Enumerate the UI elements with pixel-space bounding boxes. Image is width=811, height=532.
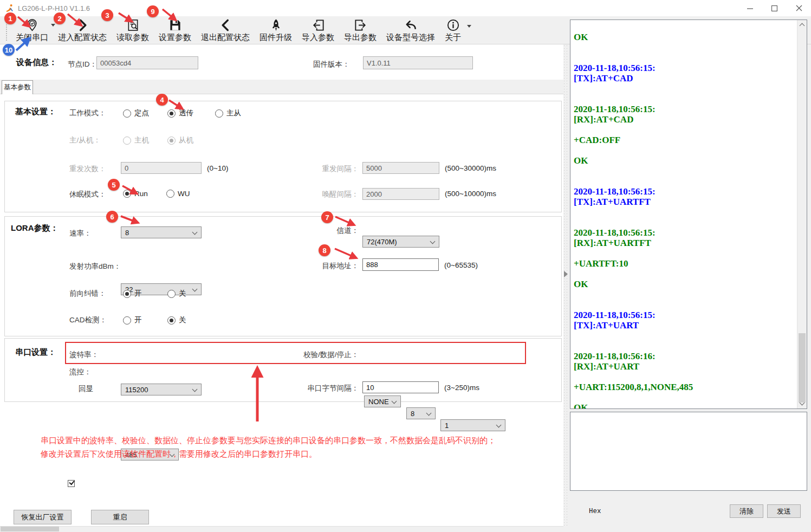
- parity-select[interactable]: NONE: [364, 395, 401, 407]
- fec-radio-on[interactable]: 开: [123, 289, 142, 299]
- data-bits-select[interactable]: 8: [406, 407, 436, 419]
- log-line: [574, 341, 797, 351]
- stop-bits-select[interactable]: 1: [440, 419, 505, 431]
- tab-basic-params[interactable]: 基本参数: [2, 80, 33, 94]
- firmware-field[interactable]: [363, 56, 473, 69]
- log-line: [RX]:AT+UART: [574, 361, 797, 372]
- close-button[interactable]: [787, 0, 811, 16]
- resend-count-field[interactable]: [121, 162, 202, 174]
- log-line: +UART:115200,8,1,NONE,485: [574, 382, 797, 392]
- resend-interval-field[interactable]: [362, 162, 439, 174]
- horizontal-scrollbar[interactable]: [0, 526, 563, 532]
- log-line: [574, 94, 797, 104]
- log-line: 2020-11-18,10:56:15:: [574, 310, 797, 320]
- byte-gap-field[interactable]: [362, 381, 439, 393]
- step-badge-3: 3: [101, 9, 113, 21]
- toolbar-overflow-caret-icon[interactable]: [467, 25, 471, 28]
- splitter-collapse-icon[interactable]: [564, 271, 568, 277]
- step-badge-1: 1: [4, 12, 16, 24]
- workmode-radio-masterslave[interactable]: 主从: [215, 108, 241, 118]
- byte-gap-range: (3~250)ms: [444, 384, 479, 392]
- restart-button[interactable]: 重启: [91, 510, 149, 524]
- toolbar-item-label: 进入配置状态: [58, 33, 107, 43]
- workmode-radio-transparent[interactable]: 透传: [167, 108, 193, 118]
- workmode-radio-fixed[interactable]: 定点: [123, 108, 149, 118]
- titlebar: LG206-L-P-H10 V1.1.6: [0, 0, 811, 16]
- serial-settings-title: 串口设置：: [15, 347, 56, 358]
- rocket-icon: [269, 18, 283, 32]
- log-line: [574, 248, 797, 258]
- channel-select[interactable]: 72(470M): [362, 236, 439, 248]
- rate-select[interactable]: 8: [121, 226, 202, 238]
- flow-control-label: 流控：: [69, 367, 92, 377]
- fec-radio-off[interactable]: 关: [167, 289, 186, 299]
- step-badge-9: 9: [147, 5, 159, 17]
- panel-splitter[interactable]: [562, 44, 569, 526]
- log-line: [574, 289, 797, 300]
- scroll-up-icon[interactable]: [800, 23, 805, 29]
- log-line: OK: [574, 155, 797, 166]
- toolbar-item-serial-pin-check[interactable]: 关闭串口: [11, 16, 53, 43]
- master-radio[interactable]: 主机: [123, 135, 149, 145]
- toolbar-item-info-circle[interactable]: 关于: [440, 16, 466, 43]
- log-line: [574, 207, 797, 217]
- log-scrollbar-thumb[interactable]: [799, 333, 806, 403]
- factory-reset-button[interactable]: 恢复出厂设置: [14, 510, 72, 524]
- toolbar-item-doc-search[interactable]: 读取参数: [112, 16, 154, 43]
- wake-interval-field[interactable]: [362, 188, 439, 200]
- send-button[interactable]: 发送: [767, 504, 801, 518]
- toolbar-item-import-arrow[interactable]: 导入参数: [297, 16, 339, 43]
- horizontal-scrollbar-thumb[interactable]: [1, 527, 59, 531]
- chevron-right-icon: [76, 18, 89, 32]
- chevron-down-icon: [430, 239, 436, 244]
- echo-checkbox[interactable]: [68, 480, 75, 487]
- log-output[interactable]: OK2020-11-18,10:56:15:[TX]:AT+CAD2020-11…: [570, 20, 807, 409]
- basic-settings-title: 基本设置：: [15, 107, 56, 117]
- wake-interval-label: 唤醒间隔：: [282, 190, 359, 199]
- toolbar-item-rocket[interactable]: 固件升级: [255, 16, 297, 43]
- tx-power-label: 发射功率dBm：: [69, 262, 121, 271]
- resend-count-label: 重发次数：: [69, 164, 106, 174]
- toolbar-item-label: 导入参数: [302, 33, 334, 43]
- send-input[interactable]: [570, 412, 807, 491]
- doc-search-icon: [126, 18, 140, 32]
- echo-label: 回显: [79, 384, 93, 394]
- minimize-button[interactable]: [738, 0, 762, 16]
- log-line: OK: [574, 403, 797, 409]
- log-line: [TX]:AT+CAD: [574, 73, 797, 83]
- baud-select[interactable]: 115200: [121, 384, 202, 395]
- toolbar-item-undo-arrow[interactable]: 设备型号选择: [381, 16, 440, 43]
- step-badge-2: 2: [54, 12, 66, 24]
- chevron-down-icon: [426, 411, 432, 416]
- toolbar-item-floppy-save[interactable]: 设置参数: [154, 16, 196, 43]
- log-line: 2020-11-18,10:56:15:: [574, 228, 797, 238]
- cad-radio-on[interactable]: 开: [123, 315, 142, 325]
- window-title: LG206-L-P-H10 V1.1.6: [18, 4, 90, 12]
- clear-button[interactable]: 清除: [730, 504, 763, 518]
- master-slave-label: 主/从机：: [69, 135, 101, 145]
- log-line: [574, 372, 797, 382]
- toolbar-item-label: 读取参数: [116, 33, 149, 43]
- maximize-button[interactable]: [762, 0, 787, 16]
- slave-radio[interactable]: 从机: [167, 135, 193, 145]
- step-badge-7: 7: [321, 211, 333, 223]
- note-line-1: 串口设置中的波特率、校验位、数据位、停止位参数要与您实际连接的串口设备的串口参数…: [41, 436, 496, 446]
- target-address-field[interactable]: [362, 258, 439, 271]
- log-line: [RX]:AT+UARTFT: [574, 238, 797, 248]
- sleep-radio-run[interactable]: Run: [123, 190, 148, 198]
- chevron-down-icon: [192, 287, 198, 292]
- log-line: [574, 392, 797, 403]
- toolbar-item-export-arrow[interactable]: 导出参数: [339, 16, 381, 43]
- step-badge-5: 5: [108, 179, 120, 191]
- log-lines: OK2020-11-18,10:56:15:[TX]:AT+CAD2020-11…: [574, 32, 797, 409]
- cad-radio-off[interactable]: 关: [167, 315, 186, 325]
- target-address-range: (0~65535): [444, 261, 478, 269]
- chevron-down-icon: [392, 399, 397, 404]
- hex-label: Hex: [589, 508, 601, 515]
- lora-params-title: LORA参数：: [11, 223, 59, 233]
- node-id-field[interactable]: [96, 56, 198, 69]
- sleep-radio-wu[interactable]: WU: [166, 190, 190, 198]
- toolbar-item-chevron-left[interactable]: 退出配置状态: [196, 16, 255, 43]
- firmware-label: 固件版本：: [313, 60, 350, 69]
- log-scrollbar[interactable]: [797, 20, 807, 408]
